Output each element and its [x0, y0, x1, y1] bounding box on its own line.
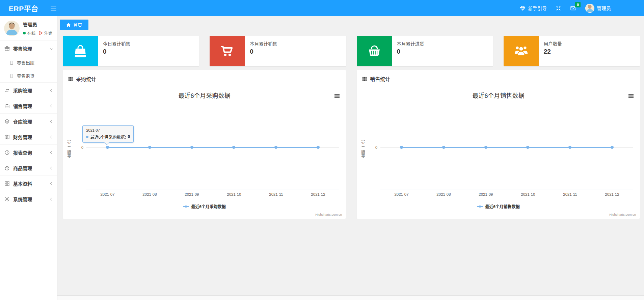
- sidebar-item-sales-mgmt[interactable]: 销售管理: [0, 98, 57, 113]
- sidebar-subitem-label: 零售出库: [17, 59, 34, 66]
- top-navbar: ERP平台 新手引导 0: [0, 0, 644, 16]
- x-tick-label: 2021-12: [605, 192, 619, 196]
- sidebar-subitem-retail-return[interactable]: 零售退货: [0, 69, 57, 82]
- chevron-left-icon: [50, 166, 53, 169]
- x-tick-label: 2021-10: [227, 192, 241, 196]
- gift-icon: [4, 46, 10, 51]
- data-point[interactable]: [611, 146, 614, 149]
- stat-cards-row: 今日累计销售 0 本月累计销售 0: [63, 36, 640, 66]
- data-point[interactable]: [232, 146, 235, 149]
- sidebar: 管理员 在线 注销: [0, 16, 57, 300]
- chevron-left-icon: [50, 89, 53, 91]
- panel-title: 采购统计: [76, 75, 96, 82]
- user-menu[interactable]: 管理员: [585, 4, 611, 13]
- chart-export-menu-icon[interactable]: [628, 93, 634, 99]
- stat-card-label: 用户数量: [544, 40, 562, 47]
- sidebar-item-purchase-mgmt[interactable]: 采购管理: [0, 83, 57, 98]
- series-markers: [380, 147, 633, 149]
- x-axis-labels: 2021-07 2021-08 2021-09 2021-10 2021-11 …: [86, 192, 339, 196]
- mail-count-badge: 0: [575, 2, 581, 7]
- sidebar-toggle-icon[interactable]: [51, 6, 56, 10]
- chevron-left-icon: [50, 135, 53, 138]
- sidebar-menu: 零售管理 零售出库: [0, 40, 57, 207]
- sidebar-subitem-retail-outbound[interactable]: 零售出库: [0, 56, 57, 69]
- fullscreen-icon[interactable]: [556, 5, 561, 11]
- data-point[interactable]: [400, 146, 403, 149]
- newbie-guide-label: 新手引导: [528, 5, 547, 11]
- legend-marker-icon: [183, 206, 189, 207]
- data-point[interactable]: [106, 146, 109, 149]
- chevron-left-icon: [50, 104, 53, 107]
- data-point[interactable]: [442, 146, 445, 149]
- pie-chart-icon: [4, 150, 10, 155]
- sidebar-item-label: 基本资料: [13, 180, 32, 187]
- retail-submenu: 零售出库 零售退货: [0, 56, 57, 82]
- x-tick-label: 2021-10: [521, 192, 535, 196]
- footer: [57, 295, 644, 300]
- x-tick-label: 2021-11: [563, 192, 577, 196]
- x-axis-labels: 2021-07 2021-08 2021-09 2021-10 2021-11 …: [380, 192, 633, 196]
- sidebar-item-retail-mgmt[interactable]: 零售管理: [0, 41, 57, 56]
- sidebar-item-label: 采购管理: [13, 87, 32, 94]
- sidebar-item-label: 商品管理: [13, 165, 32, 171]
- sidebar-item-goods-mgmt[interactable]: 商品管理: [0, 160, 57, 175]
- sidebar-item-label: 报表查询: [13, 149, 32, 156]
- gear-icon: [4, 196, 10, 202]
- y-axis-title: 金额（元）: [67, 137, 72, 158]
- stat-card-month-sales: 本月累计销售 0: [210, 36, 346, 66]
- newbie-guide-button[interactable]: 新手引导: [520, 5, 547, 11]
- chart-tooltip: 2021-07 最近6个月采购数据: 0: [82, 125, 134, 143]
- repeat-icon: [4, 88, 10, 93]
- data-point[interactable]: [484, 146, 487, 149]
- avatar: [585, 4, 594, 13]
- sidebar-item-warehouse-mgmt[interactable]: 仓库管理: [0, 114, 57, 129]
- basket-icon: [357, 36, 392, 66]
- sidebar-item-system-mgmt[interactable]: 系统管理: [0, 191, 57, 207]
- package-icon: [4, 165, 10, 171]
- sidebar-item-label: 销售管理: [13, 103, 32, 109]
- notebook-icon: [9, 74, 14, 78]
- logout-label: 注销: [44, 30, 52, 36]
- purchase-chart: 最近6个月采购数据 金额（元） 0: [63, 86, 346, 219]
- chart-credits[interactable]: Highcharts.com.cn: [315, 213, 342, 216]
- stat-card-label: 本月累计销售: [250, 40, 277, 47]
- data-point[interactable]: [317, 146, 320, 149]
- data-point[interactable]: [148, 146, 151, 149]
- data-point[interactable]: [526, 146, 529, 149]
- x-tick-label: 2021-11: [269, 192, 283, 196]
- chevron-left-icon: [50, 197, 53, 200]
- chart-export-menu-icon[interactable]: [334, 93, 340, 99]
- online-status-dot: [23, 32, 26, 34]
- bag-icon: [63, 36, 98, 66]
- chart-credits[interactable]: Highcharts.com.cn: [609, 213, 636, 216]
- avatar: [4, 21, 20, 36]
- panel-purchase-stats: 采购统计 最近6个月采购数据 金额（元） 0: [63, 70, 346, 219]
- stat-card-label: 本月累计进货: [397, 40, 424, 47]
- sidebar-user-block: 管理员 在线 注销: [0, 16, 57, 40]
- th-grid-icon: [362, 77, 367, 81]
- sidebar-item-finance-mgmt[interactable]: 财务管理: [0, 129, 57, 144]
- logout-button[interactable]: 注销: [38, 30, 52, 36]
- stat-card-value: 22: [544, 48, 562, 55]
- tab-home[interactable]: 首页: [60, 20, 88, 30]
- tooltip-series-label: 最近6个月采购数据:: [90, 134, 126, 140]
- sidebar-item-report-query[interactable]: 报表查询: [0, 145, 57, 160]
- legend-label: 最近6个月采购数据: [191, 203, 226, 209]
- data-point[interactable]: [190, 146, 193, 149]
- chart-legend[interactable]: 最近6个月采购数据: [63, 203, 346, 209]
- briefcase-icon: [4, 103, 10, 109]
- stat-card-label: 今日累计销售: [103, 40, 130, 47]
- sidebar-item-label: 财务管理: [13, 134, 32, 140]
- chart-title: 最近6个月采购数据: [63, 91, 346, 100]
- chart-legend[interactable]: 最近6个月销售数据: [357, 203, 640, 209]
- sidebar-username: 管理员: [23, 21, 52, 28]
- layers-icon: [4, 119, 10, 124]
- data-point[interactable]: [274, 146, 277, 149]
- tab-bar: 首页: [57, 16, 644, 30]
- messages-button[interactable]: 0: [570, 5, 576, 11]
- sidebar-item-basic-data[interactable]: 基本资料: [0, 176, 57, 191]
- sidebar-subitem-label: 零售退货: [17, 73, 34, 79]
- gem-icon: [520, 5, 526, 11]
- data-point[interactable]: [568, 146, 571, 149]
- sidebar-item-label: 零售管理: [13, 45, 32, 52]
